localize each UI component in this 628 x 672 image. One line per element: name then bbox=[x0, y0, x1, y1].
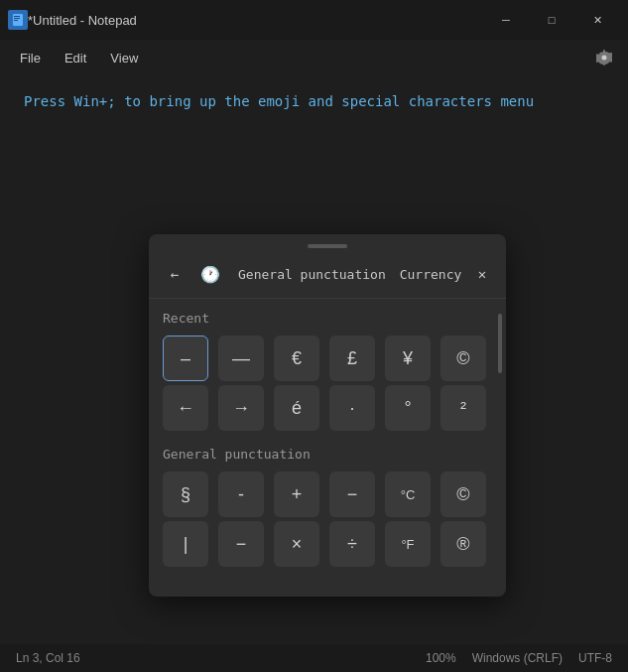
menu-file[interactable]: File bbox=[8, 47, 53, 69]
char-btn-left-arrow[interactable]: ← bbox=[163, 385, 208, 431]
close-button[interactable]: ✕ bbox=[574, 0, 620, 40]
char-btn-yen[interactable]: ¥ bbox=[385, 336, 431, 381]
status-line-ending: Windows (CRLF) bbox=[472, 651, 563, 665]
editor-content: Press Win+; to bring up the emoji and sp… bbox=[24, 91, 604, 112]
minimize-button[interactable]: ─ bbox=[483, 0, 529, 40]
char-btn-celsius[interactable]: °C bbox=[385, 471, 431, 517]
svg-rect-3 bbox=[14, 20, 18, 21]
drag-handle[interactable] bbox=[308, 244, 347, 248]
tab-general-punctuation[interactable]: General punctuation bbox=[232, 265, 392, 284]
char-btn-pipe[interactable]: | bbox=[163, 521, 208, 567]
recent-chars-grid: – — € £ ¥ © ← → é · ° ² bbox=[163, 336, 492, 431]
char-btn-euro[interactable]: € bbox=[274, 336, 319, 381]
recent-label: Recent bbox=[163, 311, 492, 326]
status-encoding: UTF-8 bbox=[578, 651, 612, 665]
panel-scrollbar[interactable] bbox=[498, 314, 502, 373]
panel-close-button[interactable]: ✕ bbox=[470, 262, 494, 286]
char-btn-degree[interactable]: ° bbox=[385, 385, 431, 431]
char-btn-copyright[interactable]: © bbox=[440, 336, 486, 381]
char-btn-pound[interactable]: £ bbox=[329, 336, 375, 381]
status-bar: Ln 3, Col 16 100% Windows (CRLF) UTF-8 bbox=[0, 644, 628, 672]
clock-icon[interactable]: 🕐 bbox=[196, 260, 224, 288]
char-btn-divide[interactable]: ÷ bbox=[329, 521, 375, 567]
panel-content: Recent – — € £ ¥ © ← → é · ° ² General p… bbox=[149, 299, 506, 597]
char-btn-en-dash[interactable]: – bbox=[163, 336, 208, 381]
panel-nav-tabs: General punctuation Currency symbo bbox=[232, 265, 462, 284]
editor-area[interactable]: Press Win+; to bring up the emoji and sp… bbox=[0, 75, 628, 644]
char-btn-hyphen[interactable]: - bbox=[218, 471, 264, 517]
settings-button[interactable] bbox=[588, 42, 620, 73]
char-btn-section[interactable]: § bbox=[163, 471, 208, 517]
char-btn-multiply[interactable]: × bbox=[274, 521, 319, 567]
menu-bar: File Edit View bbox=[0, 40, 628, 75]
panel-header: ← 🕐 General punctuation Currency symbo ✕ bbox=[149, 254, 506, 299]
panel-back-button[interactable]: ← bbox=[161, 260, 188, 288]
char-btn-copyright-2[interactable]: © bbox=[440, 471, 486, 517]
char-btn-superscript-2[interactable]: ² bbox=[440, 385, 486, 431]
char-btn-right-arrow[interactable]: → bbox=[218, 385, 264, 431]
app-icon bbox=[8, 10, 28, 30]
char-btn-registered[interactable]: ® bbox=[440, 521, 486, 567]
window-title: *Untitled - Notepad bbox=[28, 13, 483, 28]
status-right: 100% Windows (CRLF) UTF-8 bbox=[426, 651, 612, 665]
char-btn-em-dash[interactable]: — bbox=[218, 336, 264, 381]
char-btn-plus[interactable]: + bbox=[274, 471, 319, 517]
char-btn-minus-2[interactable]: − bbox=[218, 521, 264, 567]
svg-rect-2 bbox=[14, 18, 20, 19]
char-btn-minus[interactable]: − bbox=[329, 471, 375, 517]
status-zoom: 100% bbox=[426, 651, 456, 665]
status-position: Ln 3, Col 16 bbox=[16, 651, 92, 665]
menu-view[interactable]: View bbox=[98, 47, 150, 69]
char-btn-fahrenheit[interactable]: °F bbox=[385, 521, 431, 567]
svg-rect-1 bbox=[14, 16, 20, 17]
general-chars-grid: § - + − °C © | − × ÷ °F ® bbox=[163, 471, 492, 567]
general-punct-label: General punctuation bbox=[163, 447, 492, 462]
char-btn-e-acute[interactable]: é bbox=[274, 385, 319, 431]
char-btn-middle-dot[interactable]: · bbox=[329, 385, 375, 431]
tab-currency-symbol[interactable]: Currency symbo bbox=[394, 265, 462, 284]
menu-edit[interactable]: Edit bbox=[53, 47, 98, 69]
emoji-panel: ← 🕐 General punctuation Currency symbo ✕… bbox=[149, 234, 506, 597]
title-bar: *Untitled - Notepad ─ □ ✕ bbox=[0, 0, 628, 40]
maximize-button[interactable]: □ bbox=[529, 0, 574, 40]
window-controls: ─ □ ✕ bbox=[483, 0, 620, 40]
